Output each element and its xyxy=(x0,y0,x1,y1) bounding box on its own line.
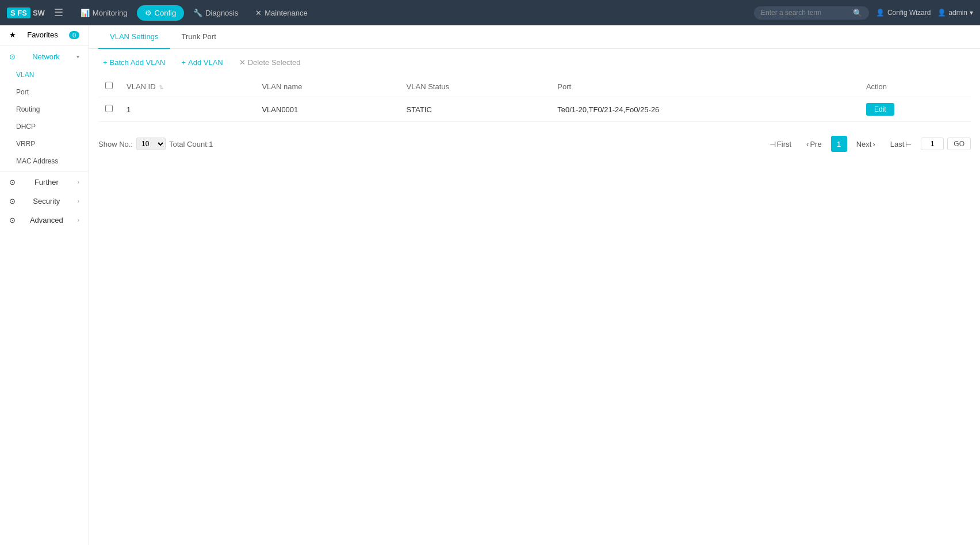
nav-monitoring-label: Monitoring xyxy=(93,9,128,17)
sidebar-item-mac-address[interactable]: MAC Address xyxy=(0,153,89,170)
first-icon: ⊣ xyxy=(770,140,776,148)
nav-config-label: Config xyxy=(155,9,177,17)
row-vlan-id: 1 xyxy=(120,97,255,122)
network-label: Network xyxy=(32,52,60,61)
favorites-label: Favorites xyxy=(27,31,58,39)
further-chevron-icon: › xyxy=(78,179,79,185)
search-box[interactable]: 🔍 xyxy=(754,6,869,20)
edit-button[interactable]: Edit xyxy=(866,103,894,116)
config-icon: ⚙ xyxy=(145,9,152,17)
go-button[interactable]: GO xyxy=(947,138,971,150)
vlan-table: VLAN ID ⇅ VLAN name VLAN Status Port xyxy=(98,76,971,122)
table-header-row: VLAN ID ⇅ VLAN name VLAN Status Port xyxy=(98,76,971,97)
advanced-icon: ⊙ xyxy=(9,216,16,224)
security-label: Security xyxy=(33,197,60,205)
add-vlan-button[interactable]: + Add VLAN xyxy=(177,56,227,69)
nav-right: 🔍 👤 Config Wizard 👤 admin ▾ xyxy=(754,6,973,20)
sidebar-item-vrrp[interactable]: VRRP xyxy=(0,135,89,153)
maintenance-icon: ✕ xyxy=(255,9,262,17)
nav-diagnosis[interactable]: 🔧 Diagnosis xyxy=(185,5,246,21)
next-icon: › xyxy=(872,140,875,148)
show-no-label: Show No.: xyxy=(98,140,133,148)
row-vlan-status: STATIC xyxy=(400,97,551,122)
nav-diagnosis-label: Diagnosis xyxy=(205,9,238,17)
sidebar-item-further[interactable]: ⊙ Further › xyxy=(0,173,89,192)
dhcp-label: DHCP xyxy=(16,123,36,131)
prev-page-btn[interactable]: ‹ Pre xyxy=(801,138,828,151)
tabs: VLAN Settings Trunk Port xyxy=(89,25,980,49)
page-jump-input[interactable] xyxy=(921,138,944,150)
row-port: Te0/1-20,TF0/21-24,Fo0/25-26 xyxy=(550,97,859,122)
sidebar-item-favorites[interactable]: ★ Favorites 0 xyxy=(0,25,89,44)
logo-fs: S FS xyxy=(7,7,30,18)
next-page-btn[interactable]: Next › xyxy=(851,138,881,151)
vrrp-label: VRRP xyxy=(16,140,35,148)
tab-trunk-port[interactable]: Trunk Port xyxy=(170,25,228,49)
vlan-id-header: VLAN ID ⇅ xyxy=(120,76,255,97)
sidebar-item-routing[interactable]: Routing xyxy=(0,101,89,118)
nav-maintenance[interactable]: ✕ Maintenance xyxy=(247,5,315,21)
select-all-col xyxy=(98,76,120,97)
last-page-btn[interactable]: Last ⊢ xyxy=(885,138,918,151)
port-header: Port xyxy=(550,76,859,97)
add-icon: + xyxy=(181,58,186,67)
sidebar-item-security[interactable]: ⊙ Security › xyxy=(0,192,89,211)
row-checkbox[interactable] xyxy=(105,105,113,112)
menu-icon[interactable]: ☰ xyxy=(54,6,63,19)
sidebar: ★ Favorites 0 ⊙ Network ▾ VLAN Port Rout… xyxy=(0,25,89,545)
divider xyxy=(0,45,89,46)
add-label: Add VLAN xyxy=(188,58,223,67)
mac-address-label: MAC Address xyxy=(16,157,58,165)
action-header: Action xyxy=(859,76,971,97)
config-wizard-btn[interactable]: 👤 Config Wizard xyxy=(876,9,931,17)
batch-add-icon: + xyxy=(103,58,108,67)
nav-monitoring[interactable]: 📊 Monitoring xyxy=(72,5,136,21)
tab-vlan-settings-label: VLAN Settings xyxy=(110,32,159,41)
security-icon: ⊙ xyxy=(9,197,16,205)
prev-icon: ‹ xyxy=(806,140,809,148)
batch-add-vlan-button[interactable]: + Batch Add VLAN xyxy=(98,56,170,69)
security-chevron-icon: › xyxy=(78,198,79,204)
nav-config[interactable]: ⚙ Config xyxy=(137,5,185,21)
nav-maintenance-label: Maintenance xyxy=(265,9,307,17)
further-icon: ⊙ xyxy=(9,178,16,186)
advanced-label: Advanced xyxy=(30,216,63,224)
advanced-chevron-icon: › xyxy=(78,217,79,223)
logo: S FS SW xyxy=(7,7,45,18)
search-input[interactable] xyxy=(761,9,849,17)
last-icon: ⊢ xyxy=(905,140,912,148)
search-icon: 🔍 xyxy=(853,9,862,17)
sidebar-item-advanced[interactable]: ⊙ Advanced › xyxy=(0,211,89,230)
batch-add-label: Batch Add VLAN xyxy=(110,58,166,67)
further-label: Further xyxy=(35,178,59,186)
vlan-id-sort-icon[interactable]: ⇅ xyxy=(159,84,163,90)
main-content: VLAN Settings Trunk Port + Batch Add VLA… xyxy=(89,25,980,545)
network-chevron-icon: ▾ xyxy=(76,54,79,60)
vlan-label: VLAN xyxy=(16,71,34,79)
sidebar-item-vlan[interactable]: VLAN xyxy=(0,66,89,83)
sidebar-item-port[interactable]: Port xyxy=(0,83,89,101)
topbar: S FS SW ☰ 📊 Monitoring ⚙ Config 🔧 Diagno… xyxy=(0,0,980,25)
admin-btn[interactable]: 👤 admin ▾ xyxy=(937,9,973,17)
first-page-btn[interactable]: ⊣ First xyxy=(764,138,797,151)
table-row: 1 VLAN0001 STATIC Te0/1-20,TF0/21-24,Fo0… xyxy=(98,97,971,122)
sidebar-item-network[interactable]: ⊙ Network ▾ xyxy=(0,47,89,66)
diagnosis-icon: 🔧 xyxy=(193,9,202,17)
port-label: Port xyxy=(16,88,29,96)
total-count: Total Count:1 xyxy=(169,140,213,148)
network-icon: ⊙ xyxy=(9,52,16,61)
sidebar-item-dhcp[interactable]: DHCP xyxy=(0,118,89,135)
tab-trunk-port-label: Trunk Port xyxy=(182,32,216,41)
config-wizard-icon: 👤 xyxy=(876,9,885,17)
routing-label: Routing xyxy=(16,105,40,113)
delete-selected-button[interactable]: ✕ Delete Selected xyxy=(235,56,305,69)
config-wizard-label: Config Wizard xyxy=(887,9,931,17)
tab-vlan-settings[interactable]: VLAN Settings xyxy=(98,25,170,49)
logo-sw: SW xyxy=(33,9,45,17)
show-no: Show No.: 102050100 Total Count:1 xyxy=(98,138,213,150)
show-no-select[interactable]: 102050100 xyxy=(136,138,166,150)
pagination-bar: Show No.: 102050100 Total Count:1 ⊣ Firs… xyxy=(89,122,980,166)
select-all-checkbox[interactable] xyxy=(105,82,113,89)
monitoring-icon: 📊 xyxy=(81,9,90,17)
toolbar: + Batch Add VLAN + Add VLAN ✕ Delete Sel… xyxy=(89,49,980,76)
